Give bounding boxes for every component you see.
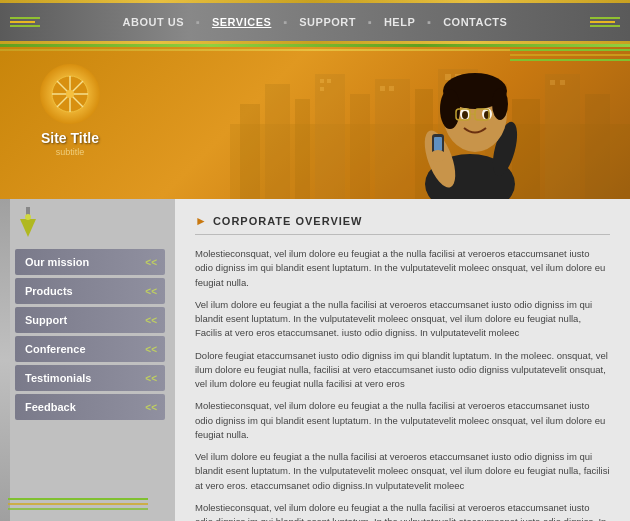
svg-point-45 [66, 90, 74, 98]
paragraph-4: Molestieconsquat, vel ilum dolore eu feu… [195, 399, 610, 442]
svg-point-32 [462, 111, 468, 119]
deco-line-r3 [590, 25, 620, 27]
nav-contacts[interactable]: CONTACTS [435, 12, 515, 32]
deco-line-1 [10, 17, 40, 19]
sidebar-item-label: Our mission [25, 256, 89, 268]
section-title: CORPORATE OVERVIEW [213, 215, 363, 227]
sidebar-item-label: Conference [25, 343, 86, 355]
svg-point-39 [430, 150, 446, 162]
section-arrow-icon: ► [195, 214, 207, 228]
sidebar-menu: Our mission << Products << Support << Co… [15, 249, 175, 420]
sidebar-item-label: Testimonials [25, 372, 91, 384]
site-title: Site Title [41, 130, 99, 146]
paragraph-1: Molestieconsquat, vel ilum dolore eu feu… [195, 247, 610, 290]
svg-point-29 [492, 88, 508, 120]
svg-marker-50 [20, 219, 36, 237]
svg-rect-22 [560, 80, 565, 85]
logo-area: Site Title subtitle [40, 64, 100, 157]
sidebar-item-feedback[interactable]: Feedback << [15, 394, 165, 420]
sidebar: Our mission << Products << Support << Co… [0, 199, 175, 521]
svg-rect-16 [380, 86, 385, 91]
nav-help[interactable]: HELP [376, 12, 423, 32]
paragraph-3: Dolore feugiat etaccumsanet iusto odio d… [195, 349, 610, 392]
content-body: Molestieconsquat, vel ilum dolore eu feu… [195, 247, 610, 521]
svg-rect-11 [545, 74, 580, 199]
sidebar-item-label: Support [25, 314, 67, 326]
nav-sep-4: ▪ [427, 16, 431, 28]
svg-rect-15 [320, 87, 324, 91]
sidebar-arrows-3: << [145, 315, 157, 326]
paragraph-6: Molestieconsquat, vel ilum dolore eu feu… [195, 501, 610, 521]
nav-about-us[interactable]: ABOUT US [115, 12, 192, 32]
nav-sep-1: ▪ [196, 16, 200, 28]
svg-rect-5 [350, 94, 370, 199]
sidebar-decoration [0, 199, 10, 521]
deco-line-r2 [590, 21, 615, 23]
hero-section: Site Title subtitle [0, 44, 630, 199]
svg-rect-3 [295, 99, 310, 199]
sidebar-item-products[interactable]: Products << [15, 278, 165, 304]
nav-sep-2: ▪ [283, 16, 287, 28]
svg-rect-14 [327, 79, 331, 83]
main-content: Our mission << Products << Support << Co… [0, 199, 630, 521]
svg-rect-2 [265, 84, 290, 199]
hero-person [390, 49, 550, 199]
deco-line-r1 [590, 17, 620, 19]
sidebar-arrows-1: << [145, 257, 157, 268]
nav-support[interactable]: SUPPORT [291, 12, 364, 32]
header: ABOUT US ▪ SERVICES ▪ SUPPORT ▪ HELP ▪ C… [0, 0, 630, 44]
sidebar-item-our-mission[interactable]: Our mission << [15, 249, 165, 275]
sidebar-bottom-deco [8, 495, 148, 511]
sidebar-item-support[interactable]: Support << [15, 307, 165, 333]
sidebar-arrows-6: << [145, 402, 157, 413]
sidebar-pin-icon [18, 207, 38, 237]
deco-line-3 [10, 25, 40, 27]
header-deco-right [590, 17, 620, 27]
main-nav: ABOUT US ▪ SERVICES ▪ SUPPORT ▪ HELP ▪ C… [115, 12, 516, 32]
sidebar-arrows-5: << [145, 373, 157, 384]
nav-sep-3: ▪ [368, 16, 372, 28]
svg-rect-21 [550, 80, 555, 85]
paragraph-5: Vel ilum dolore eu feugiat a the nulla f… [195, 450, 610, 493]
hero-deco-lines [510, 46, 630, 66]
sidebar-arrows-4: << [145, 344, 157, 355]
svg-rect-13 [320, 79, 324, 83]
sidebar-item-testimonials[interactable]: Testimonials << [15, 365, 165, 391]
sidebar-arrows-2: << [145, 286, 157, 297]
sidebar-item-label: Products [25, 285, 73, 297]
svg-rect-4 [315, 74, 345, 199]
logo-icon [50, 74, 90, 114]
svg-rect-1 [240, 104, 260, 199]
svg-point-51 [25, 214, 31, 220]
svg-rect-38 [434, 137, 442, 151]
content-header: ► CORPORATE OVERVIEW [195, 214, 610, 235]
deco-line-2 [10, 21, 35, 23]
header-deco-left [10, 17, 40, 27]
sidebar-item-label: Feedback [25, 401, 76, 413]
nav-services[interactable]: SERVICES [204, 12, 279, 32]
content-area: ► CORPORATE OVERVIEW Molestieconsquat, v… [175, 199, 630, 521]
logo-circle [40, 64, 100, 124]
svg-rect-12 [585, 94, 610, 199]
paragraph-2: Vel ilum dolore eu feugiat a the nulla f… [195, 298, 610, 341]
site-subtitle: subtitle [56, 147, 85, 157]
sidebar-item-conference[interactable]: Conference << [15, 336, 165, 362]
